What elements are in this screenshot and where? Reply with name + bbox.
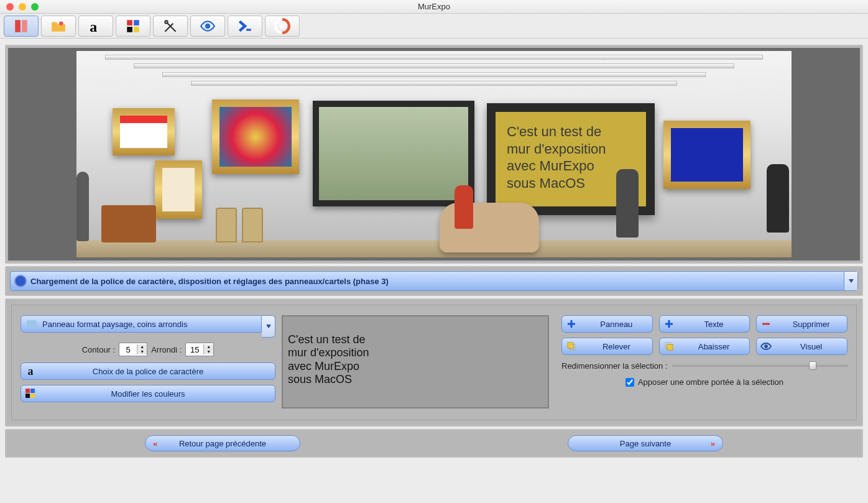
panel-type-combo[interactable]: Panneau format paysage, coins arrondis: [21, 315, 275, 338]
svg-point-8: [165, 21, 167, 23]
shadow-row: Apposer une ombre portée à la sélection: [561, 377, 847, 387]
eye-icon: [757, 342, 775, 351]
toolbar: a: [0, 14, 868, 39]
minus-icon: [757, 319, 775, 329]
toolbar-help-button[interactable]: [265, 16, 300, 37]
spin-up-icon[interactable]: ▲: [204, 344, 213, 349]
toolbar-eye-button[interactable]: [190, 16, 225, 37]
gear-icon: [16, 276, 25, 286]
toolbar-folder-button[interactable]: [41, 16, 76, 37]
nav-frame: « Retour page précédente Page suivante »: [5, 429, 863, 458]
controls-frame: Panneau format paysage, coins arrondis C…: [5, 298, 863, 427]
layer-down-icon: [660, 341, 678, 351]
phase-dropdown-icon[interactable]: [844, 272, 857, 290]
visuel-label: Visuel: [775, 342, 847, 351]
contour-input[interactable]: [119, 345, 137, 354]
gallery-bench: [101, 205, 156, 242]
toolbar-colors-button[interactable]: [116, 16, 150, 37]
add-panneau-button[interactable]: Panneau: [561, 315, 653, 333]
phase-label: Chargement de la police de caractère, di…: [30, 277, 389, 286]
relever-label: Relever: [581, 342, 652, 351]
resize-slider[interactable]: [673, 360, 847, 371]
panel-type-button[interactable]: Panneau format paysage, coins arrondis: [21, 315, 262, 333]
gallery-frame[interactable]: [313, 101, 474, 206]
resize-label: Redimensionner la sélection :: [561, 361, 668, 371]
toolbar-font-button[interactable]: a: [78, 16, 113, 37]
panel-icon: [26, 319, 37, 329]
abaisser-label: Abaisser: [678, 342, 750, 351]
prev-page-button[interactable]: « Retour page précédente: [145, 435, 300, 451]
spin-down-icon[interactable]: ▼: [137, 349, 147, 354]
font-choice-label: Choix de la police de caractère: [93, 367, 204, 376]
gallery-chair: [216, 208, 237, 242]
prev-page-label: Retour page précédente: [179, 439, 266, 448]
floor: [76, 240, 792, 257]
gallery-person: [76, 172, 89, 241]
svg-rect-1: [22, 20, 27, 32]
modify-colors-button[interactable]: Modifier les couleurs: [21, 385, 275, 402]
svg-rect-15: [30, 394, 35, 398]
svg-point-11: [280, 23, 285, 29]
svg-rect-14: [25, 394, 30, 398]
contour-spinner[interactable]: ▲▼: [119, 343, 147, 356]
gallery-frame[interactable]: [663, 121, 750, 189]
supprimer-label: Supprimer: [775, 320, 847, 329]
add-texte-label: Texte: [678, 320, 750, 329]
svg-rect-0: [15, 20, 21, 32]
panel-preview-text: C'est un test de mur d'exposition avec M…: [288, 333, 369, 385]
gallery-chair: [242, 208, 263, 242]
visuel-button[interactable]: Visuel: [756, 338, 847, 355]
ceiling: [76, 51, 792, 95]
arrondi-input[interactable]: [186, 345, 203, 354]
relever-button[interactable]: Relever: [561, 338, 653, 355]
next-page-label: Page suivante: [620, 439, 671, 448]
chevron-right-icon: »: [711, 439, 715, 448]
plus-icon: [660, 319, 678, 329]
modify-colors-label: Modifier les couleurs: [111, 389, 185, 399]
gallery-person: [455, 185, 473, 229]
resize-row: Redimensionner la sélection :: [561, 360, 847, 371]
gallery-wall: C'est un test de mur d'exposition avec M…: [76, 51, 792, 257]
panel-type-dropdown-icon[interactable]: [262, 315, 275, 338]
titlebar: MurExpo: [0, 0, 868, 14]
svg-rect-12: [25, 389, 30, 393]
colors-icon: [25, 389, 36, 399]
add-texte-button[interactable]: Texte: [659, 315, 750, 333]
gallery-frame[interactable]: [113, 108, 175, 155]
svg-rect-13: [30, 389, 35, 393]
plus-icon: [562, 319, 581, 329]
spin-up-icon[interactable]: ▲: [137, 344, 147, 349]
toolbar-wall-button[interactable]: [4, 16, 39, 37]
shadow-label: Apposer une ombre portée à la sélection: [638, 377, 783, 387]
contour-label: Contour :: [82, 345, 115, 354]
svg-rect-10: [246, 29, 251, 30]
svg-rect-18: [667, 344, 673, 350]
arrondi-label: Arrondi :: [151, 345, 182, 354]
panel-type-label: Panneau format paysage, coins arrondis: [42, 320, 187, 329]
spin-down-icon[interactable]: ▼: [204, 349, 213, 354]
phase-frame: Chargement de la police de caractère, di…: [5, 266, 863, 296]
gallery-text-panel-text: C'est un test de mur d'exposition avec M…: [507, 124, 606, 191]
font-choice-button[interactable]: a Choix de la police de caractère: [21, 362, 275, 380]
shadow-checkbox[interactable]: [626, 378, 634, 387]
window-title: MurExpo: [0, 2, 868, 11]
canvas-area[interactable]: C'est un test de mur d'exposition avec M…: [8, 48, 860, 261]
toolbar-terminal-button[interactable]: [228, 16, 262, 37]
add-panneau-label: Panneau: [581, 320, 652, 329]
svg-point-9: [206, 24, 210, 28]
arrondi-spinner[interactable]: ▲▼: [185, 343, 214, 356]
abaisser-button[interactable]: Abaisser: [659, 338, 750, 355]
svg-rect-5: [134, 20, 139, 25]
phase-select[interactable]: Chargement de la police de caractère, di…: [10, 271, 858, 291]
gallery-frame[interactable]: [155, 160, 202, 219]
gallery-frame[interactable]: [212, 99, 299, 174]
panel-preview-textbox[interactable]: C'est un test de mur d'exposition avec M…: [282, 315, 549, 408]
gallery-person: [616, 169, 639, 238]
svg-rect-16: [568, 343, 573, 348]
next-page-button[interactable]: Page suivante »: [568, 435, 723, 451]
toolbar-tools-button[interactable]: [153, 16, 188, 37]
supprimer-button[interactable]: Supprimer: [756, 315, 847, 333]
actions-panel: Panneau Texte Supprimer Relever: [555, 315, 847, 387]
panel-settings: Panneau format paysage, coins arrondis C…: [21, 315, 275, 407]
gallery-person: [767, 164, 789, 233]
